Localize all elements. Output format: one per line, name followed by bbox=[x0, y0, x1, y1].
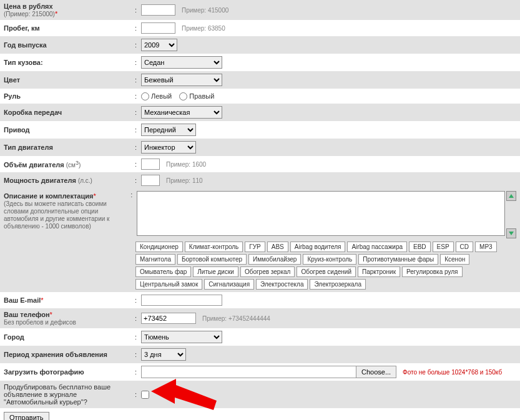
row-email: Ваш E-mail* : bbox=[0, 292, 520, 308]
feature-tag[interactable]: Магнитола bbox=[135, 254, 175, 265]
row-phone: Ваш телефон*Без пробелов и дефисов : При… bbox=[0, 308, 520, 328]
feature-tag[interactable]: EBD bbox=[409, 242, 431, 252]
row-power: Мощность двигателя (л.с.) : Пример: 110 bbox=[0, 172, 520, 188]
label-color: Цвет bbox=[4, 76, 135, 84]
row-wheel: Руль : Левый Правый bbox=[0, 89, 520, 104]
row-price: Цена в рублях(Пример: 215000)* : Пример:… bbox=[0, 0, 520, 20]
label-volume: Объём двигателя (см3) bbox=[4, 160, 135, 168]
feature-tag[interactable]: MP3 bbox=[475, 242, 497, 252]
color-select[interactable]: Бежевый bbox=[141, 74, 222, 86]
label-gearbox: Коробка передач bbox=[4, 109, 135, 116]
wheel-left-radio[interactable] bbox=[141, 92, 149, 100]
row-body: Тип кузова: : Седан bbox=[0, 54, 520, 71]
row-submit: Отправить bbox=[0, 408, 520, 420]
feature-tag[interactable]: Сигнализация bbox=[204, 279, 254, 290]
feature-tag[interactable]: Иммобилайзер bbox=[248, 254, 301, 265]
description-textarea[interactable] bbox=[137, 191, 505, 236]
city-select[interactable]: Тюмень bbox=[141, 331, 222, 343]
row-period: Период хранения объявления : 3 дня bbox=[0, 346, 520, 363]
feature-tag[interactable]: ESP bbox=[433, 242, 454, 252]
power-hint: Пример: 110 bbox=[166, 177, 203, 184]
feature-tag[interactable]: CD bbox=[456, 242, 473, 252]
feature-tag[interactable]: Противотуманные фары bbox=[358, 254, 438, 265]
feature-tag[interactable]: Круиз-контроль bbox=[303, 254, 356, 265]
label-mileage: Пробег, км bbox=[4, 24, 135, 32]
feature-tag[interactable]: Airbag пассажира bbox=[347, 242, 407, 252]
label-phone: Ваш телефон*Без пробелов и дефисов bbox=[4, 311, 135, 326]
feature-tag[interactable]: Ксенон bbox=[440, 254, 469, 265]
row-engine-type: Тип двигателя : Инжектор bbox=[0, 139, 520, 156]
feature-tag[interactable]: Электростекла bbox=[256, 279, 308, 290]
row-duplicate: Продублировать бесплатно ваше объявление… bbox=[0, 381, 520, 408]
feature-tag[interactable]: Климат-контроль bbox=[185, 242, 243, 252]
row-description: Описание и комплектация*(Здесь вы можете… bbox=[0, 188, 520, 292]
row-gearbox: Коробка передач : Механическая bbox=[0, 104, 520, 121]
feature-tag[interactable]: Обогрев сидений bbox=[297, 266, 356, 277]
drive-select[interactable]: Передний bbox=[141, 124, 196, 136]
svg-marker-1 bbox=[509, 232, 514, 235]
label-description: Описание и комплектация*(Здесь вы можете… bbox=[4, 191, 130, 290]
row-photo: Загрузить фотографию : Choose... Фото не… bbox=[0, 363, 520, 381]
tags-container: КондиционерКлимат-контрольГУРABSAirbag в… bbox=[135, 242, 510, 290]
period-select[interactable]: 3 дня bbox=[141, 348, 186, 361]
photo-warning: Фото не больше 1024*768 и 150кб bbox=[403, 369, 502, 376]
svg-marker-0 bbox=[509, 194, 514, 198]
feature-tag[interactable]: ABS bbox=[267, 242, 288, 252]
power-input[interactable] bbox=[141, 175, 160, 186]
feature-tag[interactable]: Литые диски bbox=[193, 266, 238, 277]
label-price: Цена в рублях(Пример: 215000)* bbox=[4, 2, 135, 17]
row-volume: Объём двигателя (см3) : Пример: 1600 bbox=[0, 156, 520, 172]
feature-tag[interactable]: Парктроник bbox=[358, 266, 400, 277]
phone-input[interactable] bbox=[141, 313, 196, 324]
price-hint: Пример: 415000 bbox=[182, 7, 228, 14]
feature-tag[interactable]: Кондиционер bbox=[135, 242, 183, 252]
scroll-down-icon[interactable] bbox=[506, 228, 516, 238]
scroll-up-icon[interactable] bbox=[506, 191, 516, 201]
file-path-display bbox=[141, 366, 356, 378]
label-city: Город bbox=[4, 333, 135, 341]
volume-hint: Пример: 1600 bbox=[166, 161, 206, 168]
label-duplicate: Продублировать бесплатно ваше объявление… bbox=[4, 383, 135, 406]
row-color: Цвет : Бежевый bbox=[0, 71, 520, 89]
wheel-right-radio[interactable] bbox=[179, 92, 187, 100]
year-select[interactable]: 2009 bbox=[141, 39, 177, 51]
engine-type-select[interactable]: Инжектор bbox=[141, 141, 196, 154]
label-drive: Привод bbox=[4, 126, 135, 134]
row-year: Год выпуска : 2009 bbox=[0, 36, 520, 54]
label-engine-type: Тип двигателя bbox=[4, 144, 135, 151]
feature-tag[interactable]: Омыватель фар bbox=[135, 266, 191, 277]
label-period: Период хранения объявления bbox=[4, 351, 135, 358]
row-city: Город : Тюмень bbox=[0, 328, 520, 346]
label-email: Ваш E-mail* bbox=[4, 296, 135, 304]
price-input[interactable] bbox=[141, 4, 175, 16]
choose-file-button[interactable]: Choose... bbox=[356, 366, 396, 378]
feature-tag[interactable]: ГУР bbox=[245, 242, 265, 252]
submit-button[interactable]: Отправить bbox=[4, 412, 49, 420]
mileage-hint: Пример: 63850 bbox=[182, 25, 225, 32]
phone-hint: Пример: +73452444444 bbox=[202, 315, 270, 322]
label-wheel: Руль bbox=[4, 92, 135, 100]
row-mileage: Пробег, км : Пример: 63850 bbox=[0, 20, 520, 36]
gearbox-select[interactable]: Механическая bbox=[141, 106, 222, 119]
row-drive: Привод : Передний bbox=[0, 121, 520, 139]
feature-tag[interactable]: Обогрев зеркал bbox=[240, 266, 295, 277]
mileage-input[interactable] bbox=[141, 22, 175, 34]
email-input[interactable] bbox=[141, 295, 222, 306]
feature-tag[interactable]: Центральный замок bbox=[135, 279, 202, 290]
volume-input[interactable] bbox=[141, 159, 160, 170]
body-select[interactable]: Седан bbox=[141, 56, 222, 69]
feature-tag[interactable]: Электрозеркала bbox=[310, 279, 365, 290]
feature-tag[interactable]: Airbag водителя bbox=[290, 242, 346, 252]
duplicate-checkbox[interactable] bbox=[141, 391, 149, 399]
label-photo: Загрузить фотографию bbox=[4, 368, 135, 376]
label-year: Год выпуска bbox=[4, 41, 135, 49]
feature-tag[interactable]: Бортовой компьютер bbox=[177, 254, 247, 265]
feature-tag[interactable]: Регулировка руля bbox=[402, 266, 463, 277]
label-body: Тип кузова: bbox=[4, 59, 135, 66]
label-power: Мощность двигателя (л.с.) bbox=[4, 177, 135, 184]
